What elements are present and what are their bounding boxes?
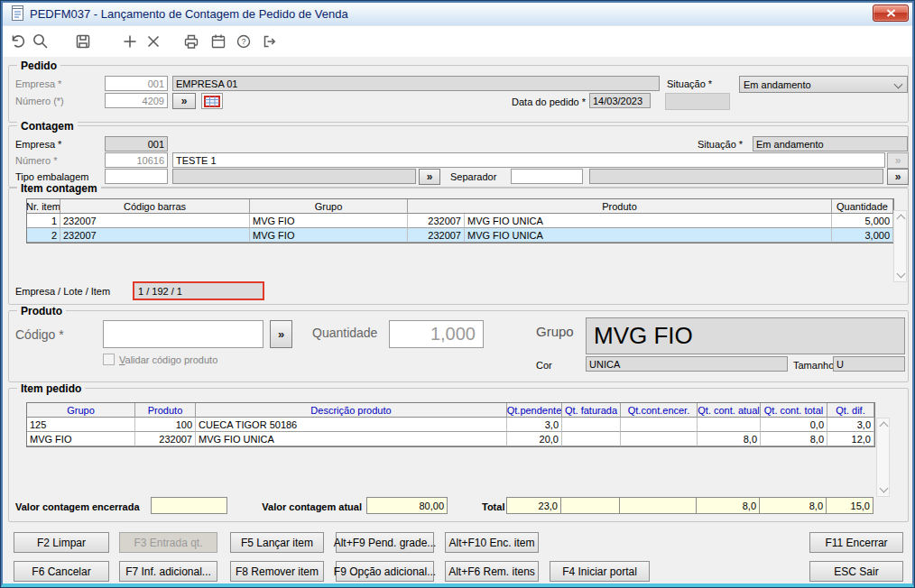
quantidade-input[interactable]: 1,000 (389, 320, 484, 348)
cell-grupo[interactable]: MVG FIO (250, 214, 408, 228)
cell-codigo-barras[interactable]: 232007 (60, 228, 250, 243)
contagem-descricao-input[interactable]: TESTE 1 (172, 152, 885, 168)
f4-iniciar-portal-button[interactable]: F4 Iniciar portal (550, 561, 650, 582)
cell-qt-cont-encer[interactable] (621, 418, 698, 432)
pedido-situacao-value: Em andamento (744, 79, 811, 90)
cell-qt-cont-total[interactable]: 0,0 (761, 418, 827, 432)
valor-atual-label: Valor contagem atual (254, 501, 362, 512)
calendar-icon[interactable] (208, 32, 228, 51)
cell-produto[interactable]: 100 (135, 418, 196, 432)
cell-quantidade[interactable]: 5,000 (832, 214, 893, 228)
item-contagem-scrollbar[interactable] (893, 210, 907, 282)
cell-produto-codigo[interactable]: 232007 (408, 214, 465, 228)
total-label: Total (482, 501, 504, 512)
column-header[interactable]: Qt.pendente (507, 403, 562, 418)
f9-opcao-adicional-button[interactable]: F9 Opção adicional... (336, 561, 434, 582)
toolbar: ? (1, 26, 914, 57)
column-header[interactable]: Produto (135, 403, 196, 418)
cell-produto-descricao[interactable]: MVG FIO UNICA (465, 214, 832, 228)
cell-grupo[interactable]: 125 (27, 418, 135, 432)
column-header[interactable]: Código barras (60, 199, 250, 214)
column-header[interactable]: Qt.cont.encer. (621, 403, 698, 418)
f11-encerrar-button[interactable]: F11 Encerrar (809, 532, 903, 553)
cell-qt-cont-atual[interactable]: 8,0 (698, 432, 761, 446)
title-bar: PEDFM037 - Lançamento de Contagem de Ped… (1, 1, 914, 26)
cell-nr-item[interactable]: 1 (27, 214, 60, 228)
exit-icon[interactable] (259, 32, 279, 51)
cell-descricao[interactable]: CUECA TIGOR 50186 (196, 418, 507, 432)
tipo-embalagem-label: Tipo embalagem (15, 171, 89, 182)
cell-qt-dif[interactable]: 12,0 (827, 432, 874, 446)
column-header[interactable]: Qt. cont. total (761, 403, 827, 418)
cell-produto-descricao[interactable]: MVG FIO UNICA (465, 228, 832, 243)
item-contagem-table: Nr. item Código barras Grupo Produto Qua… (26, 198, 894, 243)
f8-remover-item-button[interactable]: F8 Remover item (230, 561, 324, 582)
codigo-lookup-button[interactable]: » (270, 320, 292, 348)
column-header[interactable]: Grupo (250, 199, 408, 214)
cell-qt-cont-encer[interactable] (621, 432, 698, 446)
contagem-numero-input[interactable]: 10616 (105, 152, 168, 168)
pedido-data-field: 14/03/2023 (589, 93, 651, 108)
cell-nr-item[interactable]: 2 (27, 228, 60, 243)
column-header[interactable]: Descrição produto (196, 403, 507, 418)
column-header[interactable]: Grupo (27, 403, 135, 418)
column-header[interactable]: Qt. cont. atual (698, 403, 761, 418)
tipo-embalagem-input[interactable] (105, 169, 168, 184)
pedido-empresa-input[interactable]: 001 (105, 76, 168, 91)
f5-lancar-item-button[interactable]: F5 Lançar item (230, 532, 324, 553)
help-icon[interactable]: ? (234, 32, 254, 51)
scroll-down-icon[interactable] (880, 484, 889, 493)
delete-icon[interactable] (143, 32, 163, 51)
add-icon[interactable] (120, 32, 140, 51)
item-contagem-legend: Item contagem (17, 182, 101, 195)
save-icon[interactable] (73, 32, 93, 51)
document-icon (9, 5, 25, 22)
search-icon[interactable] (31, 32, 51, 51)
undo-icon[interactable] (8, 32, 28, 51)
scroll-up-icon[interactable] (880, 422, 889, 431)
cell-qt-pendente[interactable]: 3,0 (507, 418, 562, 432)
cell-codigo-barras[interactable]: 232007 (60, 214, 250, 228)
f6-cancelar-button[interactable]: F6 Cancelar (14, 561, 109, 582)
cell-qt-pendente[interactable]: 20,0 (507, 432, 562, 446)
altf10-enc-item-button[interactable]: Alt+F10 Enc. item (445, 532, 539, 553)
pedido-situacao-select[interactable]: Em andamento (739, 76, 908, 93)
cell-qt-faturada[interactable] (562, 432, 621, 446)
column-header[interactable]: Quantidade (832, 199, 893, 214)
cell-descricao[interactable]: MVG FIO UNICA (196, 432, 507, 446)
column-header[interactable]: Nr. item (27, 199, 60, 214)
codigo-input[interactable] (103, 320, 263, 348)
pedido-calendar-button[interactable] (201, 93, 223, 109)
pedido-numero-input[interactable]: 4209 (105, 93, 168, 108)
item-pedido-scrollbar[interactable] (876, 418, 890, 497)
quantidade-label: Quantidade (312, 326, 377, 340)
pedido-lookup-button[interactable]: » (172, 93, 196, 109)
cell-quantidade[interactable]: 3,000 (832, 228, 893, 243)
cell-grupo[interactable]: MVG FIO (27, 432, 135, 446)
close-button[interactable] (873, 5, 909, 22)
cell-qt-faturada[interactable] (562, 418, 621, 432)
f7-inf-adicional-button[interactable]: F7 Inf. adicional... (119, 561, 217, 582)
cell-qt-cont-total[interactable]: 8,0 (761, 432, 827, 446)
altf9-pend-grade-button[interactable]: Alt+F9 Pend. grade... (336, 532, 434, 553)
cell-qt-cont-atual[interactable] (698, 418, 761, 432)
lote-label: Empresa / Lote / Item (15, 286, 110, 297)
print-icon[interactable] (181, 32, 201, 51)
tipo-embalagem-lookup-button[interactable]: » (419, 169, 440, 185)
cell-qt-dif[interactable]: 3,0 (827, 418, 874, 432)
separador-label: Separador (450, 171, 496, 182)
cell-grupo[interactable]: MVG FIO (250, 228, 408, 243)
column-header[interactable]: Produto (408, 199, 832, 214)
column-header[interactable]: Qt. faturada (562, 403, 621, 418)
separador-lookup-button[interactable]: » (887, 169, 909, 185)
validar-checkbox[interactable] (103, 354, 115, 365)
column-header[interactable]: Qt. dif. (827, 403, 874, 418)
cell-produto-codigo[interactable]: 232007 (408, 228, 465, 243)
cell-produto[interactable]: 232007 (135, 432, 196, 446)
altf6-rem-itens-button[interactable]: Alt+F6 Rem. itens (445, 561, 539, 582)
separador-input[interactable] (511, 169, 583, 184)
esc-sair-button[interactable]: ESC Sair (809, 561, 903, 582)
scroll-down-icon[interactable] (897, 270, 906, 279)
f2-limpar-button[interactable]: F2 Limpar (14, 532, 109, 553)
scroll-up-icon[interactable] (897, 215, 906, 224)
